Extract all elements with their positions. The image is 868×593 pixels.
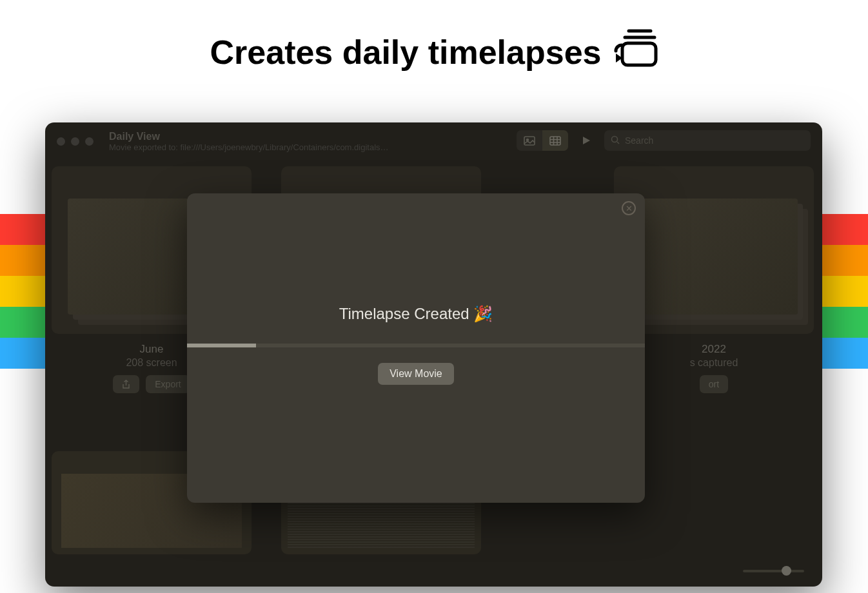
svg-marker-11 [583,137,590,144]
timelapse-created-modal: ✕ Timelapse Created 🎉 View Movie [187,193,645,503]
close-icon: ✕ [626,204,633,213]
view-movie-button[interactable]: View Movie [378,363,454,385]
toolbar: Search [517,130,811,151]
view-mode-segment[interactable] [517,130,568,151]
fullscreen-window-button[interactable] [85,137,94,146]
window-title-block: Daily View Movie exported to: file:///Us… [109,130,389,153]
window-title: Daily View [109,130,389,142]
titlebar: Daily View Movie exported to: file:///Us… [45,122,822,160]
search-icon [611,135,620,146]
search-placeholder: Search [625,135,653,146]
svg-rect-6 [550,137,560,145]
zoom-knob[interactable] [782,566,791,576]
progress-fill [187,344,256,347]
page-title-text: Creates daily timelapses [210,33,602,72]
timelapse-stack-icon [613,29,658,75]
share-button[interactable] [113,375,139,393]
grid-view-button[interactable] [542,130,568,151]
app-window: Daily View Movie exported to: file:///Us… [45,122,822,587]
close-modal-button[interactable]: ✕ [622,201,636,215]
gallery-view-button[interactable] [517,130,542,151]
search-input[interactable]: Search [604,130,811,151]
modal-title: Timelapse Created 🎉 [339,305,493,323]
page-title: Creates daily timelapses [0,29,868,75]
export-button[interactable]: ort [700,375,728,393]
zoom-slider[interactable] [743,570,804,572]
progress-bar [187,344,645,347]
svg-rect-2 [622,43,656,65]
svg-point-12 [612,136,618,142]
minimize-window-button[interactable] [71,137,79,146]
traffic-lights[interactable] [57,137,94,146]
export-button[interactable]: Export [146,375,190,393]
play-button[interactable] [575,130,598,151]
close-window-button[interactable] [57,137,65,146]
svg-line-13 [617,142,619,144]
window-subtitle: Movie exported to: file:///Users/joenewb… [109,142,389,153]
